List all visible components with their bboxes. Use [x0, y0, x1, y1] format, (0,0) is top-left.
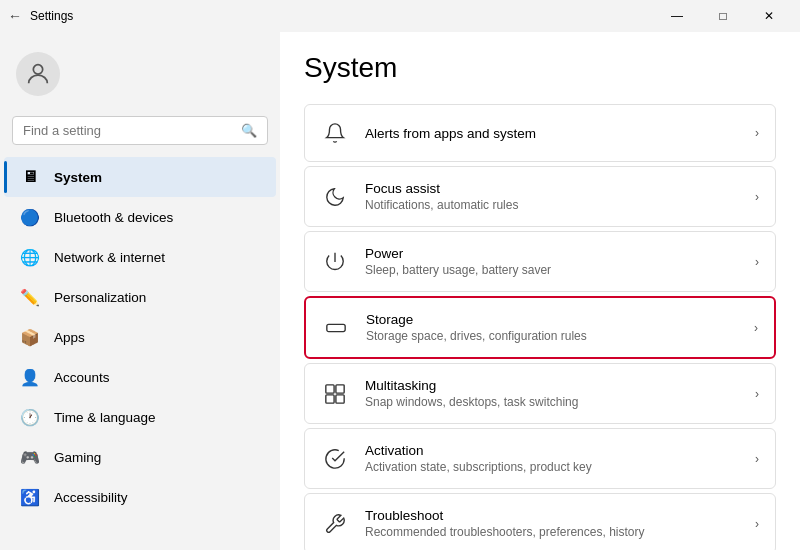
item-chevron-activation: › [755, 452, 759, 466]
sidebar-item-time[interactable]: 🕐 Time & language [4, 397, 276, 437]
svg-rect-6 [336, 394, 344, 402]
nav-label-gaming: Gaming [54, 450, 101, 465]
settings-item-storage[interactable]: Storage Storage space, drives, configura… [304, 296, 776, 359]
svg-rect-5 [326, 394, 334, 402]
item-chevron-troubleshoot: › [755, 517, 759, 531]
item-subtitle-multitasking: Snap windows, desktops, task switching [365, 395, 739, 409]
item-chevron-multitasking: › [755, 387, 759, 401]
back-icon[interactable]: ← [8, 8, 22, 24]
item-chevron-storage: › [754, 321, 758, 335]
item-icon-focus [321, 183, 349, 211]
sidebar-item-personalization[interactable]: ✏️ Personalization [4, 277, 276, 317]
item-chevron-alerts: › [755, 126, 759, 140]
nav-icon-apps: 📦 [20, 327, 40, 347]
app-body: 🔍 🖥 System 🔵 Bluetooth & devices 🌐 Netwo… [0, 32, 800, 550]
nav-icon-accessibility: ♿ [20, 487, 40, 507]
item-text-storage: Storage Storage space, drives, configura… [366, 312, 738, 343]
title-bar-controls: — □ ✕ [654, 0, 792, 32]
settings-item-troubleshoot[interactable]: Troubleshoot Recommended troubleshooters… [304, 493, 776, 550]
minimize-button[interactable]: — [654, 0, 700, 32]
settings-item-power[interactable]: Power Sleep, battery usage, battery save… [304, 231, 776, 292]
item-icon-multitasking [321, 380, 349, 408]
item-text-multitasking: Multitasking Snap windows, desktops, tas… [365, 378, 739, 409]
nav-icon-gaming: 🎮 [20, 447, 40, 467]
item-title-alerts: Alerts from apps and system [365, 126, 739, 141]
item-text-focus: Focus assist Notifications, automatic ru… [365, 181, 739, 212]
svg-point-0 [33, 65, 42, 74]
item-icon-activation [321, 445, 349, 473]
item-title-power: Power [365, 246, 739, 261]
item-icon-storage [322, 314, 350, 342]
nav-icon-accounts: 👤 [20, 367, 40, 387]
settings-item-multitasking[interactable]: Multitasking Snap windows, desktops, tas… [304, 363, 776, 424]
sidebar-item-system[interactable]: 🖥 System [4, 157, 276, 197]
nav-icon-personalization: ✏️ [20, 287, 40, 307]
item-icon-power [321, 248, 349, 276]
item-text-power: Power Sleep, battery usage, battery save… [365, 246, 739, 277]
settings-list: Alerts from apps and system › Focus assi… [304, 104, 776, 550]
sidebar-item-bluetooth[interactable]: 🔵 Bluetooth & devices [4, 197, 276, 237]
maximize-button[interactable]: □ [700, 0, 746, 32]
nav-label-accounts: Accounts [54, 370, 110, 385]
sidebar-item-gaming[interactable]: 🎮 Gaming [4, 437, 276, 477]
item-icon-alerts [321, 119, 349, 147]
search-icon: 🔍 [241, 123, 257, 138]
nav-label-personalization: Personalization [54, 290, 146, 305]
search-box[interactable]: 🔍 [12, 116, 268, 145]
nav-label-apps: Apps [54, 330, 85, 345]
item-subtitle-troubleshoot: Recommended troubleshooters, preferences… [365, 525, 739, 539]
main-panel: System Alerts from apps and system › Foc… [280, 32, 800, 550]
sidebar: 🔍 🖥 System 🔵 Bluetooth & devices 🌐 Netwo… [0, 32, 280, 550]
nav-label-network: Network & internet [54, 250, 165, 265]
item-subtitle-focus: Notifications, automatic rules [365, 198, 739, 212]
item-subtitle-power: Sleep, battery usage, battery saver [365, 263, 739, 277]
settings-item-alerts[interactable]: Alerts from apps and system › [304, 104, 776, 162]
nav-icon-network: 🌐 [20, 247, 40, 267]
title-bar-title: Settings [30, 9, 73, 23]
item-subtitle-storage: Storage space, drives, configuration rul… [366, 329, 738, 343]
nav-label-system: System [54, 170, 102, 185]
item-chevron-focus: › [755, 190, 759, 204]
sidebar-user [0, 40, 280, 116]
item-title-storage: Storage [366, 312, 738, 327]
nav-icon-bluetooth: 🔵 [20, 207, 40, 227]
svg-rect-1 [327, 324, 345, 331]
title-bar-left: ← Settings [8, 8, 73, 24]
item-title-activation: Activation [365, 443, 739, 458]
settings-item-focus[interactable]: Focus assist Notifications, automatic ru… [304, 166, 776, 227]
sidebar-item-apps[interactable]: 📦 Apps [4, 317, 276, 357]
item-title-multitasking: Multitasking [365, 378, 739, 393]
sidebar-item-network[interactable]: 🌐 Network & internet [4, 237, 276, 277]
item-text-activation: Activation Activation state, subscriptio… [365, 443, 739, 474]
item-icon-troubleshoot [321, 510, 349, 538]
nav-label-accessibility: Accessibility [54, 490, 128, 505]
sidebar-item-accounts[interactable]: 👤 Accounts [4, 357, 276, 397]
title-bar: ← Settings — □ ✕ [0, 0, 800, 32]
nav-label-bluetooth: Bluetooth & devices [54, 210, 173, 225]
item-subtitle-activation: Activation state, subscriptions, product… [365, 460, 739, 474]
search-input[interactable] [23, 123, 233, 138]
settings-item-activation[interactable]: Activation Activation state, subscriptio… [304, 428, 776, 489]
item-text-alerts: Alerts from apps and system [365, 126, 739, 141]
item-text-troubleshoot: Troubleshoot Recommended troubleshooters… [365, 508, 739, 539]
close-button[interactable]: ✕ [746, 0, 792, 32]
nav-icon-system: 🖥 [20, 167, 40, 187]
nav-icon-time: 🕐 [20, 407, 40, 427]
svg-rect-4 [336, 384, 344, 392]
nav-list: 🖥 System 🔵 Bluetooth & devices 🌐 Network… [0, 157, 280, 517]
nav-label-time: Time & language [54, 410, 156, 425]
sidebar-item-accessibility[interactable]: ♿ Accessibility [4, 477, 276, 517]
item-title-troubleshoot: Troubleshoot [365, 508, 739, 523]
avatar [16, 52, 60, 96]
item-chevron-power: › [755, 255, 759, 269]
item-title-focus: Focus assist [365, 181, 739, 196]
page-title: System [304, 52, 776, 84]
svg-rect-3 [326, 384, 334, 392]
